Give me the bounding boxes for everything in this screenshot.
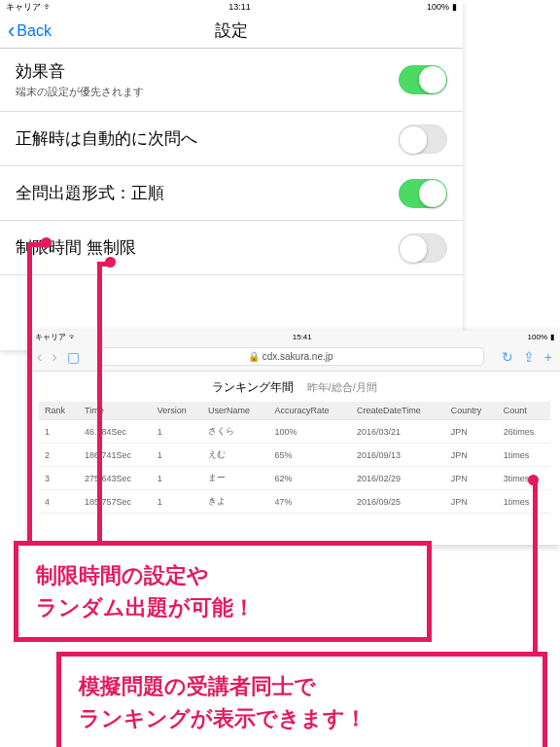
table-header: Version (152, 402, 202, 420)
callout-line: 模擬問題の受講者同士で (79, 670, 525, 702)
browser-content: ランキング年間 昨年/総合/月間 RankTimeVersionUserName… (29, 372, 560, 545)
battery-text: 100% (427, 2, 449, 12)
table-cell: 2016/03/21 (351, 420, 445, 444)
connector-line (97, 262, 102, 546)
setting-title: 制限時間 無制限 (16, 236, 136, 259)
chevron-left-icon: ‹ (8, 18, 15, 44)
setting-title: 正解時は自動的に次問へ (16, 127, 197, 150)
setting-row: 効果音端末の設定が優先されます (0, 49, 463, 112)
table-cell: 2016/09/25 (351, 490, 445, 514)
table-cell: 26times (498, 420, 550, 444)
table-cell: 1 (152, 490, 202, 514)
table-cell: 47% (268, 490, 351, 514)
table-header: CreateDateTime (351, 402, 445, 420)
share-icon[interactable]: ⇪ (523, 349, 535, 365)
table-cell: 1 (152, 467, 202, 490)
toggle-switch[interactable] (399, 233, 447, 263)
table-cell: 1 (152, 444, 202, 467)
table-cell: 2 (39, 444, 79, 467)
table-cell: えむ (202, 444, 268, 467)
setting-subtitle: 端末の設定が優先されます (16, 85, 144, 99)
browser-toolbar: ‹ › ▢ 🔒 cdx.sakura.ne.jp ↻ ⇪ + (29, 342, 560, 372)
table-header: Country (445, 402, 498, 420)
table-cell: JPN (445, 490, 498, 514)
refresh-icon[interactable]: ↻ (502, 349, 513, 365)
battery-text: 100% (528, 333, 547, 341)
toggle-switch[interactable] (399, 65, 447, 94)
table-cell: JPN (445, 467, 498, 490)
table-cell: 1times (498, 490, 550, 514)
table-header: AccuracyRate (268, 402, 351, 420)
connector-dot (41, 237, 52, 248)
carrier-text: キャリア (6, 1, 41, 14)
table-cell: きよ (202, 490, 268, 514)
table-row: 146.384Sec1さくら100%2016/03/21JPN26times (39, 420, 550, 444)
table-cell: 62% (268, 467, 351, 490)
table-row: 4185.757Sec1きよ47%2016/09/25JPN1times (39, 490, 550, 514)
page-title: 設定 (215, 19, 248, 42)
status-time: 15:41 (293, 333, 312, 341)
add-tab-icon[interactable]: + (544, 349, 552, 365)
table-cell: 2016/09/13 (351, 444, 445, 467)
table-cell: 1times (498, 444, 550, 467)
wifi-icon: ᯤ (44, 2, 52, 12)
callout-ranking: 模擬問題の受講者同士で ランキングが表示できます！ (56, 652, 547, 747)
carrier-text: キャリア (35, 332, 66, 342)
nav-forward-button[interactable]: › (52, 348, 56, 366)
table-header: Time (79, 402, 152, 420)
table-cell: 3times (498, 467, 550, 490)
browser-panel: キャリア ᯤ 15:41 100% ▮ ‹ › ▢ 🔒 cdx.sakura.n… (29, 331, 560, 545)
table-cell: 46.384Sec (79, 420, 152, 444)
lock-icon: 🔒 (248, 351, 260, 362)
setting-row: 制限時間 無制限 (0, 221, 463, 275)
settings-panel: キャリア ᯤ 13:11 100% ▮ ‹ Back 設定 効果音端末の設定が優… (0, 0, 463, 350)
connector-line (27, 242, 32, 546)
callout-line: 制限時間の設定や (36, 559, 409, 591)
table-cell: 4 (39, 490, 79, 514)
connector-line (533, 480, 538, 657)
back-label: Back (17, 22, 52, 40)
url-text: cdx.sakura.ne.jp (262, 351, 333, 362)
table-cell: JPN (445, 420, 498, 444)
table-cell: 186.741Sec (79, 444, 152, 467)
table-cell: 3 (39, 467, 79, 490)
connector-dot (105, 257, 116, 267)
browser-status-bar: キャリア ᯤ 15:41 100% ▮ (29, 331, 560, 342)
table-cell: 100% (268, 420, 351, 444)
table-cell: さくら (202, 420, 268, 444)
table-header: UserName (202, 402, 268, 420)
status-time: 13:11 (228, 2, 251, 12)
table-cell: まー (202, 467, 268, 490)
table-cell: 275.643Sec (79, 467, 152, 490)
back-button[interactable]: ‹ Back (0, 18, 52, 44)
url-bar[interactable]: 🔒 cdx.sakura.ne.jp (97, 347, 484, 366)
battery-icon: ▮ (550, 333, 554, 341)
callout-line: ランキングが表示できます！ (79, 702, 525, 734)
wifi-icon: ᯤ (69, 333, 77, 341)
table-header: Count (498, 402, 550, 420)
nav-bar: ‹ Back 設定 (0, 14, 463, 49)
table-cell: 185.757Sec (79, 490, 152, 514)
setting-title: 効果音 (16, 60, 144, 83)
callout-line: ランダム出題が可能！ (36, 591, 409, 623)
table-row: 2186.741Sec1えむ65%2016/09/13JPN1times (39, 444, 550, 467)
ranking-title-main: ランキング年間 (212, 380, 294, 394)
nav-back-button[interactable]: ‹ (37, 348, 42, 366)
battery-icon: ▮ (452, 2, 457, 12)
ranking-title: ランキング年間 昨年/総合/月間 (39, 379, 550, 396)
table-cell: 1 (39, 420, 79, 444)
toggle-switch[interactable] (399, 124, 447, 154)
table-cell: 65% (268, 444, 351, 467)
setting-title: 全問出題形式：正順 (16, 182, 164, 204)
table-header: Rank (39, 402, 79, 420)
table-cell: 1 (152, 420, 202, 444)
callout-settings: 制限時間の設定や ランダム出題が可能！ (14, 541, 432, 642)
ranking-title-sub: 昨年/総合/月間 (307, 381, 377, 393)
ranking-table: RankTimeVersionUserNameAccuracyRateCreat… (39, 402, 550, 514)
table-cell: 2016/02/29 (351, 467, 445, 490)
connector-dot (528, 475, 539, 485)
setting-row: 正解時は自動的に次問へ (0, 112, 463, 166)
setting-row: 全問出題形式：正順 (0, 166, 463, 221)
bookmarks-icon[interactable]: ▢ (67, 349, 80, 365)
toggle-switch[interactable] (399, 179, 447, 208)
